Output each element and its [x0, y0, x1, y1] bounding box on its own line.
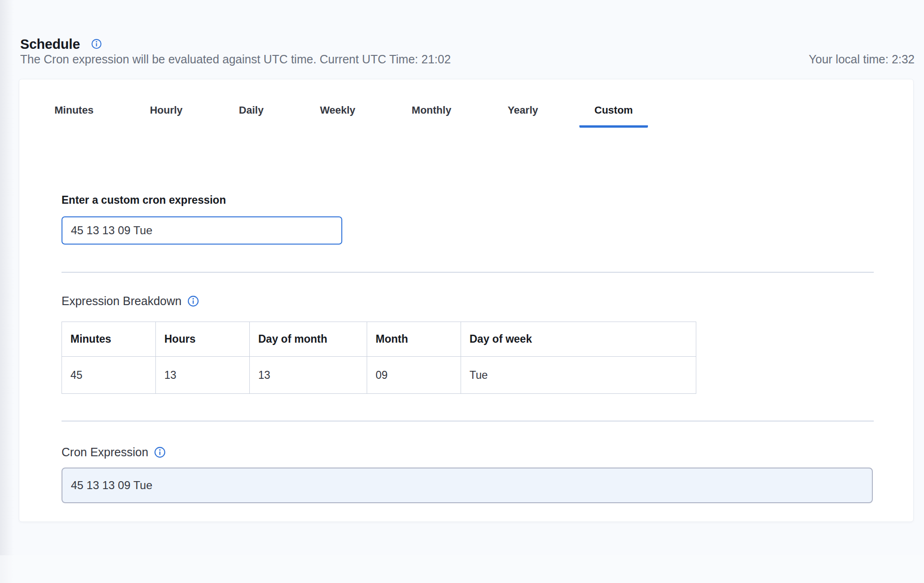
cell-day-of-week: Tue — [461, 357, 696, 394]
local-time-label: Your local time: 2:32 — [808, 53, 915, 66]
schedule-page: Schedule The Cron expression will be eva… — [0, 0, 924, 583]
utc-time-note: The Cron expression will be evaluated ag… — [20, 53, 451, 66]
custom-cron-label: Enter a custom cron expression — [62, 194, 226, 207]
bottom-background-band — [0, 555, 924, 583]
schedule-tabs: Minutes Hourly Daily Weekly Monthly Year… — [39, 97, 648, 128]
cron-expression-output[interactable] — [62, 468, 873, 503]
tab-custom[interactable]: Custom — [579, 97, 648, 128]
cell-minutes: 45 — [62, 357, 156, 394]
col-header-day-of-week: Day of week — [461, 322, 696, 357]
breakdown-title-text: Expression Breakdown — [62, 294, 182, 308]
expression-breakdown-table: Minutes Hours Day of month Month Day of … — [62, 322, 696, 394]
tab-hourly[interactable]: Hourly — [135, 97, 198, 128]
cell-day-of-month: 13 — [250, 357, 367, 394]
breakdown-info-icon[interactable] — [187, 295, 199, 307]
tab-monthly[interactable]: Monthly — [397, 97, 466, 128]
tab-weekly[interactable]: Weekly — [305, 97, 370, 128]
cron-expression-title-text: Cron Expression — [62, 445, 148, 459]
cell-month: 09 — [367, 357, 461, 394]
cron-expression-info-icon[interactable] — [154, 446, 166, 458]
col-header-month: Month — [367, 322, 461, 357]
breakdown-section-title: Expression Breakdown — [62, 294, 199, 308]
page-title: Schedule — [20, 37, 80, 52]
col-header-minutes: Minutes — [62, 322, 156, 357]
schedule-info-icon[interactable] — [91, 38, 102, 49]
table-row: 45 13 13 09 Tue — [62, 357, 696, 394]
schedule-card: Minutes Hourly Daily Weekly Monthly Year… — [19, 79, 914, 522]
tab-minutes[interactable]: Minutes — [39, 97, 108, 128]
cell-hours: 13 — [156, 357, 250, 394]
section-divider — [62, 421, 874, 422]
custom-cron-input[interactable] — [62, 216, 342, 245]
cron-expression-section-title: Cron Expression — [62, 445, 166, 459]
left-edge-shadow — [0, 0, 16, 583]
section-divider — [62, 272, 874, 273]
table-header-row: Minutes Hours Day of month Month Day of … — [62, 322, 696, 357]
col-header-hours: Hours — [156, 322, 250, 357]
col-header-day-of-month: Day of month — [250, 322, 367, 357]
tab-yearly[interactable]: Yearly — [493, 97, 553, 128]
tab-daily[interactable]: Daily — [224, 97, 279, 128]
